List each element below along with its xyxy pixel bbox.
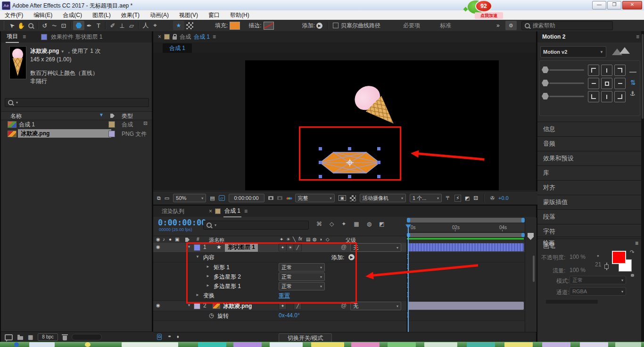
sidebar-scrollbar[interactable] bbox=[641, 31, 644, 342]
timeline-navigator-bar[interactable] bbox=[407, 218, 525, 223]
parent-dropdown[interactable]: 无▾ bbox=[350, 243, 401, 252]
number-column[interactable]: # bbox=[197, 237, 199, 242]
fast-preview-icon[interactable]: ⚡ bbox=[454, 195, 461, 202]
menu-composition[interactable]: 合成(C) bbox=[63, 11, 82, 19]
layer1-duration-bar[interactable] bbox=[408, 243, 524, 251]
workspace-standard[interactable]: 标准 bbox=[440, 22, 451, 30]
project-search-input[interactable]: ▾ bbox=[5, 98, 149, 107]
tab-render-queue[interactable]: 渲染队列 bbox=[162, 207, 184, 215]
swap-colors-icon[interactable]: ↷ bbox=[630, 249, 635, 256]
toggle-transparency-icon[interactable] bbox=[350, 195, 356, 201]
stroke-color-swatch[interactable] bbox=[264, 22, 274, 30]
solo-column-icon[interactable]: ● bbox=[169, 237, 172, 242]
speedup-label[interactable]: 点我加速 bbox=[475, 12, 503, 19]
zoom-tool[interactable] bbox=[26, 23, 35, 28]
flowchart-icon[interactable]: ⚄ bbox=[143, 121, 148, 126]
puppet-pin-tool[interactable]: ⌖ bbox=[150, 22, 160, 29]
footage-name-dropdown-icon[interactable]: ▼ bbox=[61, 50, 65, 54]
add-menu-icon[interactable]: ▶ bbox=[316, 23, 322, 29]
panel-menu-icon[interactable]: ≡ bbox=[636, 33, 639, 40]
motion-panel-title[interactable]: Motion 2 bbox=[542, 33, 565, 40]
stopwatch-icon[interactable]: ◷ bbox=[209, 312, 214, 319]
marker-shield-icon[interactable] bbox=[528, 233, 534, 240]
opacity-value[interactable]: 100 % bbox=[570, 254, 586, 260]
playhead-handle[interactable] bbox=[405, 224, 411, 229]
menu-edit[interactable]: 编辑(E) bbox=[33, 11, 52, 19]
clone-stamp-tool[interactable]: ⊥ bbox=[117, 22, 127, 29]
label-column-icon[interactable] bbox=[110, 114, 115, 118]
slider-handle[interactable] bbox=[542, 66, 549, 73]
eraser-tool[interactable]: ▱ bbox=[127, 22, 136, 29]
anchor-left-button[interactable] bbox=[588, 78, 599, 89]
panel-audio[interactable]: 音频 bbox=[537, 136, 644, 151]
view-layout-dropdown[interactable]: 1 个...▾ bbox=[410, 194, 442, 202]
pan-behind-tool[interactable]: ⊡ bbox=[59, 22, 68, 29]
help-search[interactable]: 搜索帮助 bbox=[521, 21, 613, 30]
label-column-icon[interactable] bbox=[185, 238, 190, 242]
anchor-bottom-button[interactable] bbox=[601, 91, 612, 102]
close-tab-icon[interactable]: × bbox=[209, 208, 212, 215]
sync-settings-icon[interactable]: ⚙ bbox=[505, 21, 517, 30]
primary-viewer-icon[interactable]: ▭ bbox=[165, 195, 169, 201]
frame-blending-icon[interactable]: ▦ bbox=[354, 221, 359, 227]
playhead-line[interactable] bbox=[408, 224, 409, 332]
anchor-top-left-button[interactable] bbox=[588, 65, 599, 76]
expand-icon[interactable]: ▼ bbox=[187, 303, 191, 307]
always-preview-icon[interactable]: ⧉ bbox=[157, 195, 161, 201]
slider-handle[interactable] bbox=[542, 93, 549, 99]
project-row-footage[interactable]: 冰欺凌.png PNG 文件 bbox=[1, 129, 152, 139]
type-tool[interactable]: T bbox=[94, 22, 103, 29]
camera-dropdown[interactable]: 活动摄像机▾ bbox=[360, 194, 406, 202]
label-swatch[interactable] bbox=[108, 121, 115, 128]
panel-info[interactable]: 信息 bbox=[537, 122, 644, 136]
lock-column-icon[interactable]: ▣ bbox=[175, 237, 179, 242]
lock-icon[interactable] bbox=[173, 36, 177, 40]
graph-editor-icon[interactable]: ◩ bbox=[379, 221, 384, 227]
mountains-icon[interactable] bbox=[612, 47, 634, 56]
label-swatch[interactable] bbox=[108, 131, 115, 137]
menu-file[interactable]: 文件(F) bbox=[5, 11, 23, 19]
composition-mini-flowchart-icon[interactable]: ⌘ bbox=[316, 221, 322, 227]
tab-effect-controls[interactable]: 效果控件 形状图层 1 bbox=[51, 33, 102, 41]
exposure-reset-icon[interactable]: ✇ bbox=[490, 195, 495, 201]
default-colors-icon[interactable] bbox=[606, 263, 607, 270]
frame-blend-toggle-icon[interactable]: ⚭ bbox=[167, 334, 171, 339]
anchor-top-right-button[interactable] bbox=[614, 65, 626, 76]
start-orb[interactable] bbox=[14, 342, 19, 347]
tab-comp-1[interactable]: 合成 1 bbox=[223, 206, 241, 217]
workspace-essentials[interactable]: 必要项 bbox=[403, 22, 420, 30]
hand-tool[interactable]: ✋ bbox=[17, 22, 26, 29]
transparency-grid-icon[interactable] bbox=[186, 22, 193, 29]
viewer-comp-name[interactable]: 合成 1 bbox=[194, 33, 210, 41]
roto-brush-tool[interactable]: 人 bbox=[141, 21, 150, 30]
track-scrollbar[interactable] bbox=[533, 256, 535, 282]
menu-view[interactable]: 视图(V) bbox=[179, 11, 198, 19]
panel-libraries[interactable]: 库 bbox=[537, 165, 644, 180]
footage-thumbnail[interactable] bbox=[9, 46, 26, 79]
selection-tool[interactable]: ➤ bbox=[6, 20, 18, 32]
time-ruler[interactable]: 0s 02s 04s bbox=[407, 223, 536, 232]
layer2-duration-bar[interactable] bbox=[408, 302, 524, 310]
work-area-bar[interactable] bbox=[407, 233, 525, 237]
motion-blur-toggle-icon[interactable]: ⬧ bbox=[177, 334, 179, 339]
channels-icon[interactable]: ●●● bbox=[286, 195, 291, 201]
snapshot-icon[interactable] bbox=[268, 196, 273, 200]
column-name[interactable]: 名称 bbox=[10, 112, 22, 120]
panel-paragraph[interactable]: 段落 bbox=[537, 209, 644, 224]
anchor-bottom-right-button[interactable] bbox=[614, 91, 626, 102]
anchor-icon[interactable]: ⚓ bbox=[630, 90, 636, 97]
paint-panel-title[interactable]: 绘画 bbox=[543, 239, 554, 247]
rotate-tool[interactable]: ↺ bbox=[40, 22, 50, 29]
panel-menu-icon[interactable]: ≡ bbox=[244, 208, 248, 215]
restore-button[interactable]: ❐ bbox=[607, 1, 621, 9]
comp-tab[interactable]: 合成 1 bbox=[163, 43, 192, 53]
shape-star-option[interactable]: ★ bbox=[173, 21, 184, 30]
expand-layers-icon[interactable]: ⧉ bbox=[157, 334, 162, 340]
overflow-icon[interactable]: » bbox=[496, 22, 500, 29]
motion-preset-dropdown[interactable]: Motion v2▼ bbox=[540, 46, 606, 58]
flowchart-icon[interactable]: ⚄ bbox=[473, 195, 478, 201]
magnification-dropdown[interactable]: 50%▾ bbox=[173, 194, 206, 202]
new-comp-icon[interactable]: ▦ bbox=[28, 334, 33, 340]
panel-align[interactable]: 对齐 bbox=[537, 180, 644, 195]
interpret-footage-icon[interactable] bbox=[5, 334, 13, 340]
